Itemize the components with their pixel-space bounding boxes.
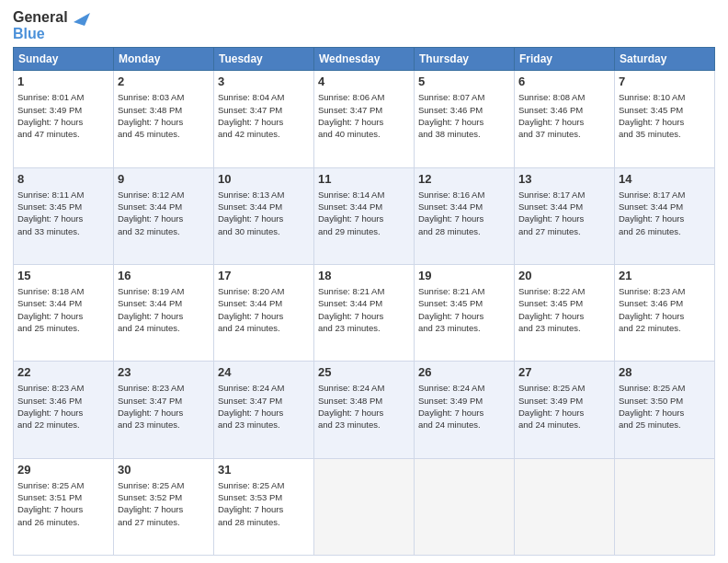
calendar-col-wednesday: Wednesday — [314, 48, 415, 71]
day-detail: Sunrise: 8:24 AMSunset: 3:47 PMDaylight:… — [218, 382, 310, 431]
calendar-header-row: SundayMondayTuesdayWednesdayThursdayFrid… — [14, 48, 715, 71]
calendar-week-3: 15Sunrise: 8:18 AMSunset: 3:44 PMDayligh… — [14, 264, 715, 361]
logo-general: General — [13, 9, 68, 25]
calendar-cell — [415, 458, 515, 555]
logo-bird-icon — [70, 9, 90, 35]
calendar-cell: 10Sunrise: 8:13 AMSunset: 3:44 PMDayligh… — [214, 167, 314, 264]
day-number: 14 — [619, 171, 711, 188]
day-detail: Sunrise: 8:25 AMSunset: 3:51 PMDaylight:… — [17, 479, 109, 528]
day-number: 26 — [418, 364, 510, 381]
day-detail: Sunrise: 8:23 AMSunset: 3:47 PMDaylight:… — [118, 382, 210, 431]
calendar-cell: 29Sunrise: 8:25 AMSunset: 3:51 PMDayligh… — [14, 458, 114, 555]
svg-marker-0 — [74, 13, 90, 26]
day-detail: Sunrise: 8:17 AMSunset: 3:44 PMDaylight:… — [619, 189, 711, 237]
day-detail: Sunrise: 8:25 AMSunset: 3:52 PMDaylight:… — [118, 479, 210, 528]
calendar-cell: 30Sunrise: 8:25 AMSunset: 3:52 PMDayligh… — [114, 458, 214, 555]
calendar-week-2: 8Sunrise: 8:11 AMSunset: 3:45 PMDaylight… — [14, 167, 715, 264]
day-number: 17 — [218, 268, 310, 284]
day-detail: Sunrise: 8:08 AMSunset: 3:46 PMDaylight:… — [518, 91, 610, 140]
calendar-cell: 14Sunrise: 8:17 AMSunset: 3:44 PMDayligh… — [615, 167, 715, 264]
day-number: 24 — [218, 364, 310, 381]
day-detail: Sunrise: 8:03 AMSunset: 3:48 PMDaylight:… — [118, 91, 210, 140]
day-number: 28 — [619, 364, 711, 381]
day-number: 31 — [218, 462, 310, 478]
calendar-cell — [515, 458, 615, 555]
day-number: 29 — [17, 462, 109, 478]
calendar-col-friday: Friday — [515, 48, 615, 71]
day-number: 8 — [17, 171, 109, 188]
calendar-cell: 7Sunrise: 8:10 AMSunset: 3:45 PMDaylight… — [615, 71, 715, 167]
calendar-cell: 31Sunrise: 8:25 AMSunset: 3:53 PMDayligh… — [214, 458, 314, 555]
calendar-cell: 4Sunrise: 8:06 AMSunset: 3:47 PMDaylight… — [314, 71, 415, 167]
day-number: 18 — [318, 268, 410, 284]
day-detail: Sunrise: 8:01 AMSunset: 3:49 PMDaylight:… — [17, 91, 109, 140]
calendar-cell: 5Sunrise: 8:07 AMSunset: 3:46 PMDaylight… — [415, 71, 515, 167]
day-detail: Sunrise: 8:23 AMSunset: 3:46 PMDaylight:… — [619, 285, 711, 334]
calendar-week-1: 1Sunrise: 8:01 AMSunset: 3:49 PMDaylight… — [14, 71, 715, 167]
day-detail: Sunrise: 8:25 AMSunset: 3:50 PMDaylight:… — [619, 382, 711, 431]
day-detail: Sunrise: 8:22 AMSunset: 3:45 PMDaylight:… — [518, 285, 610, 334]
calendar-cell — [314, 458, 415, 555]
calendar-cell: 22Sunrise: 8:23 AMSunset: 3:46 PMDayligh… — [14, 362, 114, 458]
calendar-cell: 24Sunrise: 8:24 AMSunset: 3:47 PMDayligh… — [214, 362, 314, 458]
day-number: 16 — [118, 268, 210, 284]
day-number: 22 — [17, 364, 109, 381]
day-number: 12 — [418, 171, 510, 188]
day-number: 2 — [118, 74, 210, 90]
day-detail: Sunrise: 8:04 AMSunset: 3:47 PMDaylight:… — [218, 91, 310, 140]
calendar-cell: 2Sunrise: 8:03 AMSunset: 3:48 PMDaylight… — [114, 71, 214, 167]
calendar-week-4: 22Sunrise: 8:23 AMSunset: 3:46 PMDayligh… — [14, 362, 715, 458]
day-number: 6 — [518, 74, 610, 90]
day-detail: Sunrise: 8:13 AMSunset: 3:44 PMDaylight:… — [218, 189, 310, 237]
calendar-cell: 3Sunrise: 8:04 AMSunset: 3:47 PMDaylight… — [214, 71, 314, 167]
day-number: 4 — [318, 74, 410, 90]
calendar-cell: 18Sunrise: 8:21 AMSunset: 3:44 PMDayligh… — [314, 264, 415, 361]
day-detail: Sunrise: 8:14 AMSunset: 3:44 PMDaylight:… — [318, 189, 410, 237]
day-detail: Sunrise: 8:11 AMSunset: 3:45 PMDaylight:… — [17, 189, 109, 237]
calendar-cell: 27Sunrise: 8:25 AMSunset: 3:49 PMDayligh… — [515, 362, 615, 458]
calendar-cell: 6Sunrise: 8:08 AMSunset: 3:46 PMDaylight… — [515, 71, 615, 167]
calendar-table: SundayMondayTuesdayWednesdayThursdayFrid… — [13, 47, 715, 556]
day-number: 13 — [518, 171, 610, 188]
calendar-cell — [615, 458, 715, 555]
calendar-cell: 8Sunrise: 8:11 AMSunset: 3:45 PMDaylight… — [14, 167, 114, 264]
day-detail: Sunrise: 8:06 AMSunset: 3:47 PMDaylight:… — [318, 91, 410, 140]
day-number: 27 — [518, 364, 610, 381]
calendar-cell: 19Sunrise: 8:21 AMSunset: 3:45 PMDayligh… — [415, 264, 515, 361]
day-detail: Sunrise: 8:25 AMSunset: 3:53 PMDaylight:… — [218, 479, 310, 528]
day-number: 25 — [318, 364, 410, 381]
logo: General Blue — [13, 9, 90, 41]
day-number: 30 — [118, 462, 210, 478]
calendar-cell: 26Sunrise: 8:24 AMSunset: 3:49 PMDayligh… — [415, 362, 515, 458]
calendar-cell: 12Sunrise: 8:16 AMSunset: 3:44 PMDayligh… — [415, 167, 515, 264]
calendar-col-tuesday: Tuesday — [214, 48, 314, 71]
calendar-cell: 25Sunrise: 8:24 AMSunset: 3:48 PMDayligh… — [314, 362, 415, 458]
logo-blue: Blue — [13, 26, 45, 41]
day-detail: Sunrise: 8:21 AMSunset: 3:44 PMDaylight:… — [318, 285, 410, 334]
calendar-cell: 9Sunrise: 8:12 AMSunset: 3:44 PMDaylight… — [114, 167, 214, 264]
day-detail: Sunrise: 8:25 AMSunset: 3:49 PMDaylight:… — [518, 382, 610, 431]
day-detail: Sunrise: 8:24 AMSunset: 3:49 PMDaylight:… — [418, 382, 510, 431]
day-detail: Sunrise: 8:10 AMSunset: 3:45 PMDaylight:… — [619, 91, 711, 140]
calendar-week-5: 29Sunrise: 8:25 AMSunset: 3:51 PMDayligh… — [14, 458, 715, 555]
day-number: 5 — [418, 74, 510, 90]
day-number: 23 — [118, 364, 210, 381]
day-detail: Sunrise: 8:23 AMSunset: 3:46 PMDaylight:… — [17, 382, 109, 431]
calendar-cell: 17Sunrise: 8:20 AMSunset: 3:44 PMDayligh… — [214, 264, 314, 361]
calendar-cell: 23Sunrise: 8:23 AMSunset: 3:47 PMDayligh… — [114, 362, 214, 458]
calendar-col-thursday: Thursday — [415, 48, 515, 71]
day-number: 11 — [318, 171, 410, 188]
calendar-col-monday: Monday — [114, 48, 214, 71]
calendar-col-sunday: Sunday — [14, 48, 114, 71]
day-detail: Sunrise: 8:19 AMSunset: 3:44 PMDaylight:… — [118, 285, 210, 334]
calendar-cell: 28Sunrise: 8:25 AMSunset: 3:50 PMDayligh… — [615, 362, 715, 458]
day-number: 21 — [619, 268, 711, 284]
day-detail: Sunrise: 8:18 AMSunset: 3:44 PMDaylight:… — [17, 285, 109, 334]
calendar-cell: 11Sunrise: 8:14 AMSunset: 3:44 PMDayligh… — [314, 167, 415, 264]
calendar-cell: 20Sunrise: 8:22 AMSunset: 3:45 PMDayligh… — [515, 264, 615, 361]
header: General Blue — [13, 9, 715, 41]
day-detail: Sunrise: 8:16 AMSunset: 3:44 PMDaylight:… — [418, 189, 510, 237]
day-number: 3 — [218, 74, 310, 90]
calendar-col-saturday: Saturday — [615, 48, 715, 71]
day-detail: Sunrise: 8:20 AMSunset: 3:44 PMDaylight:… — [218, 285, 310, 334]
